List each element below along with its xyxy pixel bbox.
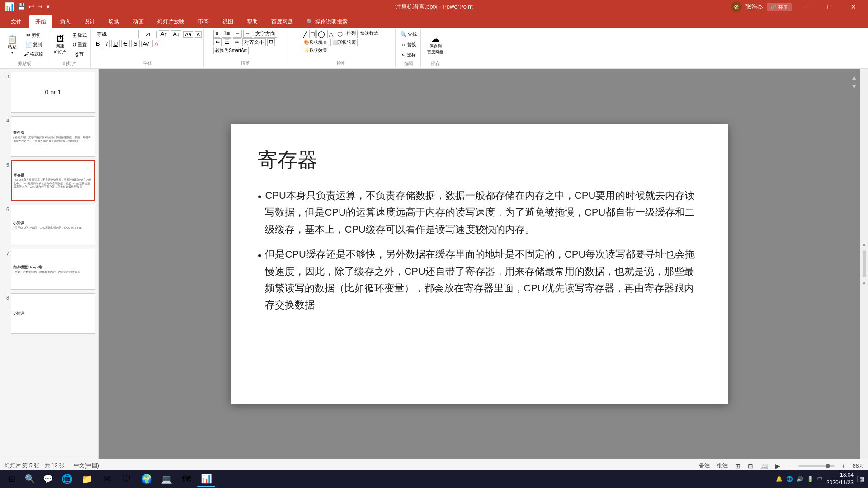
slide-thumb-3[interactable]: 3 0 or 1 [2, 71, 96, 113]
view-normal-btn[interactable]: ⊞ [735, 462, 741, 469]
tab-transitions[interactable]: 切换 [102, 15, 126, 28]
bold-btn[interactable]: B [94, 40, 102, 47]
tab-insert[interactable]: 插入 [53, 15, 77, 28]
notes-btn[interactable]: 备注 [699, 462, 710, 469]
tab-help[interactable]: 帮助 [241, 15, 264, 28]
slide-thumb-8[interactable]: 8 小知识 [2, 292, 96, 335]
zoom-slider[interactable] [798, 465, 835, 467]
reset-button[interactable]: ↺ 重置 [71, 40, 89, 49]
tab-slideshow[interactable]: 幻灯片放映 [151, 15, 191, 28]
strikethrough-btn[interactable]: S [121, 40, 130, 47]
taskbar-volume-icon[interactable]: 🔊 [797, 476, 803, 482]
bullet-list-btn[interactable]: ≡ [213, 30, 220, 38]
scroll-down-btn[interactable]: ▼ [851, 83, 857, 90]
taskbar-notify-icon[interactable]: 🔔 [776, 476, 783, 482]
smartart-btn[interactable]: 转换为SmartArt [213, 47, 248, 54]
tab-search[interactable]: 🔍 操作说明搜索 [300, 15, 354, 28]
new-slide-button[interactable]: 🖼 新建幻灯片 [50, 30, 70, 60]
font-increase-btn[interactable]: A↑ [159, 30, 169, 38]
user-avatar[interactable]: 张 [731, 1, 742, 12]
taskbar-chrome[interactable]: 🌐 [58, 471, 76, 487]
taskbar-network-icon[interactable]: 🌐 [786, 476, 793, 482]
align-right-btn[interactable]: ➡ [233, 38, 241, 46]
redo-icon[interactable]: ↪ [37, 3, 43, 11]
cut-button[interactable]: ✂ 剪切 [22, 31, 45, 40]
shadow-btn[interactable]: S [131, 40, 140, 47]
taskbar-battery-icon[interactable]: 🔋 [807, 476, 814, 482]
cortana-button[interactable]: 💬 [40, 471, 56, 487]
taskbar-360[interactable]: 🛡 [118, 471, 136, 487]
shape-1[interactable]: ╱ [302, 30, 308, 38]
shape-2[interactable]: □ [309, 30, 316, 38]
tab-design[interactable]: 设计 [78, 15, 101, 28]
slide-thumb-5[interactable]: 5 寄存器 • CPU本身只负责运算，不负责存储数据，数据一般都存储在内存之中。… [2, 160, 96, 202]
font-decrease-btn[interactable]: A↓ [171, 30, 181, 38]
tab-view[interactable]: 视图 [216, 15, 240, 28]
shape-4[interactable]: △ [327, 30, 335, 38]
tab-review[interactable]: 审阅 [192, 15, 215, 28]
show-desktop-btn[interactable]: ▨ [857, 476, 864, 482]
taskbar-mail[interactable]: ✉ [98, 471, 116, 487]
save-icon[interactable]: 💾 [17, 3, 26, 11]
close-btn[interactable]: ✕ [843, 0, 863, 14]
align-text-btn[interactable]: 对齐文本 [242, 38, 266, 46]
share-btn[interactable]: 🔗 共享 [767, 3, 792, 11]
scroll-up-icon[interactable]: ▲ [862, 242, 867, 247]
comments-btn[interactable]: 批注 [717, 462, 728, 469]
view-reading-btn[interactable]: 📖 [760, 462, 768, 469]
copy-button[interactable]: 📄 复制 [22, 40, 45, 49]
slide-thumb-7[interactable]: 7 内存模型 Heap 堆 • 堆是一种数据结构，堆栈相关内容，内存管理相关知识 [2, 248, 96, 291]
taskbar-browser[interactable]: 🌍 [137, 471, 156, 487]
taskbar-explorer[interactable]: 📁 [78, 471, 96, 487]
customize-icon[interactable]: ▼ [46, 4, 51, 9]
start-button[interactable]: ⊞ [4, 471, 20, 487]
save-to-cloud-button[interactable]: ☁ 保存到百度网盘 [424, 30, 447, 60]
tab-home[interactable]: 开始 [29, 15, 52, 28]
search-button[interactable]: 🔍 [22, 471, 38, 487]
column-btn[interactable]: ⊟ [267, 38, 275, 46]
taskbar-vscode[interactable]: 💻 [157, 471, 175, 487]
restore-btn[interactable]: □ [819, 0, 840, 14]
arrange-btn[interactable]: 排列 [345, 30, 358, 38]
minimize-btn[interactable]: ─ [795, 0, 816, 14]
char-spacing-btn[interactable]: AV [141, 41, 151, 47]
paste-button[interactable]: 📋 粘贴 ▼ [4, 30, 21, 60]
scroll-up-btn[interactable]: ▲ [851, 74, 857, 81]
shape-fill-btn[interactable]: 🎨形状填充 [302, 39, 329, 46]
taskbar-maps[interactable]: 🗺 [177, 471, 195, 487]
format-painter-button[interactable]: 🖌 格式刷 [22, 50, 45, 59]
underline-btn[interactable]: U [111, 40, 120, 47]
zoom-in-btn[interactable]: + [842, 462, 845, 469]
font-clear-btn[interactable]: A [195, 31, 202, 38]
view-presenter-btn[interactable]: ▶ [775, 462, 780, 469]
select-button[interactable]: ↖ 选择 [400, 51, 418, 60]
undo-icon[interactable]: ↩ [28, 3, 34, 11]
text-direction-btn[interactable]: 文字方向 [254, 30, 277, 38]
replace-button[interactable]: ↔ 替换 [399, 40, 418, 49]
slide-thumb-6[interactable]: 6 小知识 • 关于CPU的小知识，CPU基础知识内容，EAX 8X 8H 8L [2, 204, 96, 246]
shape-outline-btn[interactable]: ⬜形状轮廓 [330, 39, 358, 46]
font-name-input[interactable]: 等线 [94, 30, 139, 38]
font-size-input[interactable]: 28 [141, 31, 157, 38]
decrease-indent-btn[interactable]: ← [233, 30, 242, 38]
find-button[interactable]: 🔍 查找 [398, 30, 419, 39]
tab-animations[interactable]: 动画 [127, 15, 150, 28]
font-color-btn[interactable]: A [152, 40, 161, 47]
font-case-btn[interactable]: Aa [183, 31, 193, 38]
scroll-down-icon[interactable]: ▼ [862, 281, 867, 286]
numbered-list-btn[interactable]: 1≡ [222, 30, 231, 38]
tab-baidudisk[interactable]: 百度网盘 [265, 15, 299, 28]
slide-thumb-4[interactable]: 4 寄存器 • 基础介绍，文字内容如何对应到计算机存储数据，数据一般都存储在内存… [2, 115, 96, 158]
shape-3[interactable]: ◯ [316, 30, 326, 38]
shape-effects-btn[interactable]: ✨形状效果 [302, 47, 329, 54]
zoom-out-btn[interactable]: − [788, 462, 791, 469]
italic-btn[interactable]: I [104, 40, 110, 47]
scroll-thumb[interactable] [863, 250, 866, 277]
shape-5[interactable]: ⬡ [336, 30, 344, 38]
quick-styles-btn[interactable]: 快速样式 [359, 30, 380, 38]
tab-file[interactable]: 文件 [5, 15, 28, 28]
increase-indent-btn[interactable]: → [243, 30, 252, 38]
taskbar-powerpoint[interactable]: 📊 [197, 471, 215, 487]
align-center-btn[interactable]: ☰ [223, 38, 231, 46]
canvas-area[interactable]: ▲ ▼ 寄存器 • CPU本身只负责运算，不负责存储数据，数据一般都存储在内存之… [99, 69, 860, 459]
